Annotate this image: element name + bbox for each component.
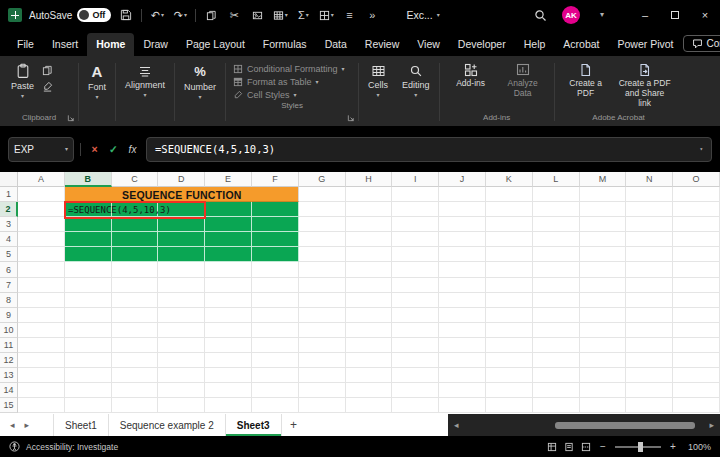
cell-N14[interactable] — [626, 383, 673, 398]
borders-button[interactable]: ▾ — [318, 4, 334, 26]
cell-O8[interactable] — [673, 293, 720, 308]
cell-G12[interactable] — [299, 353, 346, 368]
cell-J7[interactable] — [439, 278, 486, 293]
cell-A5[interactable] — [18, 247, 65, 262]
cell-D7[interactable] — [158, 278, 205, 293]
cell-F6[interactable] — [252, 262, 299, 277]
cell-B12[interactable] — [65, 353, 112, 368]
zoom-slider-thumb[interactable] — [638, 442, 643, 452]
ribbon-tab-help[interactable]: Help — [515, 33, 555, 56]
cell-D13[interactable] — [158, 368, 205, 383]
cell-F2[interactable] — [252, 202, 299, 217]
scroll-left-icon[interactable]: ◂ — [454, 420, 459, 430]
cell-E4[interactable] — [205, 232, 252, 247]
row-header-4[interactable]: 4 — [0, 232, 18, 247]
undo-button[interactable]: ↶▾ — [149, 4, 165, 26]
cell-H13[interactable] — [346, 368, 393, 383]
cell-M9[interactable] — [580, 308, 627, 323]
cell-I3[interactable] — [392, 217, 439, 232]
cell-I15[interactable] — [392, 398, 439, 413]
cell-L8[interactable] — [533, 293, 580, 308]
sheet-nav-left-icon[interactable]: ◂ — [10, 420, 15, 430]
cell-B9[interactable] — [65, 308, 112, 323]
cell-M4[interactable] — [580, 232, 627, 247]
cell-D3[interactable] — [158, 217, 205, 232]
row-header-11[interactable]: 11 — [0, 338, 18, 353]
insert-function-button[interactable]: fx — [125, 144, 140, 155]
cell-G5[interactable] — [299, 247, 346, 262]
cell-N15[interactable] — [626, 398, 673, 413]
format-painter-button[interactable] — [42, 81, 53, 92]
cell-K11[interactable] — [486, 338, 533, 353]
cell-N7[interactable] — [626, 278, 673, 293]
cell-G6[interactable] — [299, 262, 346, 277]
cells-group-button[interactable]: Cells ▾ — [361, 58, 395, 126]
styles-dialog-launcher[interactable] — [347, 114, 355, 122]
scroll-right-icon[interactable]: ▸ — [709, 420, 714, 430]
cell-L9[interactable] — [533, 308, 580, 323]
cell-E11[interactable] — [205, 338, 252, 353]
cell-O9[interactable] — [673, 308, 720, 323]
cell-I12[interactable] — [392, 353, 439, 368]
cell-O13[interactable] — [673, 368, 720, 383]
cell-O15[interactable] — [673, 398, 720, 413]
cell-N11[interactable] — [626, 338, 673, 353]
cell-B10[interactable] — [65, 323, 112, 338]
cell-A9[interactable] — [18, 308, 65, 323]
row-header-7[interactable]: 7 — [0, 278, 18, 293]
cell-O10[interactable] — [673, 323, 720, 338]
cell-C15[interactable] — [112, 398, 159, 413]
cell-L13[interactable] — [533, 368, 580, 383]
cell-H2[interactable] — [346, 202, 393, 217]
cell-N12[interactable] — [626, 353, 673, 368]
cell-I2[interactable] — [392, 202, 439, 217]
ribbon-tab-home[interactable]: Home — [87, 33, 134, 56]
cell-C5[interactable] — [112, 247, 159, 262]
cell-G7[interactable] — [299, 278, 346, 293]
cell-G4[interactable] — [299, 232, 346, 247]
cell-N8[interactable] — [626, 293, 673, 308]
cell-K10[interactable] — [486, 323, 533, 338]
cell-J2[interactable] — [439, 202, 486, 217]
cell-J14[interactable] — [439, 383, 486, 398]
cell-D10[interactable] — [158, 323, 205, 338]
cell-N6[interactable] — [626, 262, 673, 277]
cell-M14[interactable] — [580, 383, 627, 398]
cell-K15[interactable] — [486, 398, 533, 413]
row-header-5[interactable]: 5 — [0, 247, 18, 262]
cell-E7[interactable] — [205, 278, 252, 293]
merged-title-cell[interactable]: SEQUENCE FUNCTION — [65, 187, 299, 202]
copy-button[interactable] — [203, 4, 219, 26]
cell-F7[interactable] — [252, 278, 299, 293]
cell-E5[interactable] — [205, 247, 252, 262]
cell-M15[interactable] — [580, 398, 627, 413]
cell-K5[interactable] — [486, 247, 533, 262]
autosum-button[interactable]: Σ▾ — [295, 4, 311, 26]
cell-B15[interactable] — [65, 398, 112, 413]
col-header-d[interactable]: D — [158, 172, 205, 187]
cell-K6[interactable] — [486, 262, 533, 277]
cell-D4[interactable] — [158, 232, 205, 247]
cell-H5[interactable] — [346, 247, 393, 262]
cell-A1[interactable] — [18, 187, 65, 202]
sheet-tab-sheet3[interactable]: Sheet3 — [226, 414, 282, 436]
cell-A7[interactable] — [18, 278, 65, 293]
row-header-14[interactable]: 14 — [0, 383, 18, 398]
analyze-data-button[interactable]: Analyze Data — [499, 60, 547, 102]
cell-J3[interactable] — [439, 217, 486, 232]
cell-L12[interactable] — [533, 353, 580, 368]
cell-C3[interactable] — [112, 217, 159, 232]
cell-J6[interactable] — [439, 262, 486, 277]
cell-E8[interactable] — [205, 293, 252, 308]
col-header-g[interactable]: G — [299, 172, 346, 187]
cell-M3[interactable] — [580, 217, 627, 232]
cell-I4[interactable] — [392, 232, 439, 247]
cell-I8[interactable] — [392, 293, 439, 308]
cell-B8[interactable] — [65, 293, 112, 308]
cell-E13[interactable] — [205, 368, 252, 383]
row-header-13[interactable]: 13 — [0, 368, 18, 383]
cell-M8[interactable] — [580, 293, 627, 308]
cell-F14[interactable] — [252, 383, 299, 398]
col-header-i[interactable]: I — [392, 172, 439, 187]
cell-K13[interactable] — [486, 368, 533, 383]
